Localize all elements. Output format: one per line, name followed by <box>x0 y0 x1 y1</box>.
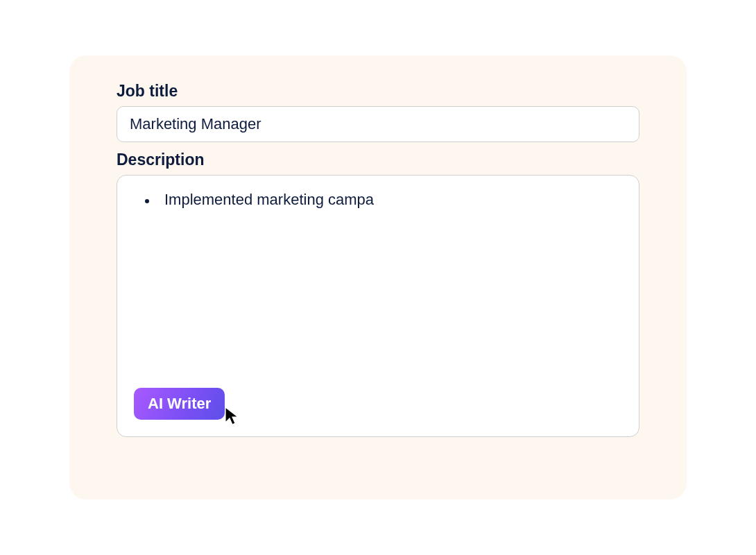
description-label: Description <box>117 151 639 169</box>
ai-writer-button[interactable]: AI Writer <box>134 388 225 420</box>
description-textarea[interactable]: Implemented marketing campa AI Writer <box>117 175 639 437</box>
job-title-label: Job title <box>117 82 639 101</box>
bullet-text: Implemented marketing campa <box>164 191 374 209</box>
cursor-icon <box>224 406 242 427</box>
bullet-icon <box>145 199 149 203</box>
form-card: Job title Description Implemented market… <box>69 56 687 500</box>
job-title-input[interactable] <box>117 106 639 142</box>
bullet-line: Implemented marketing campa <box>137 191 619 209</box>
